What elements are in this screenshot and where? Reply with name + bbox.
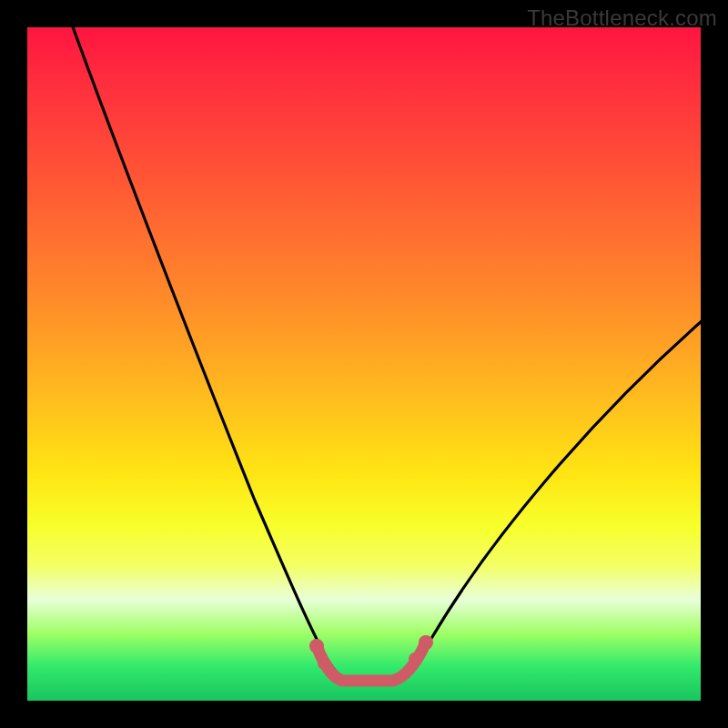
watermark-text: TheBottleneck.com [527, 5, 717, 31]
valley-marker-dot [419, 635, 433, 650]
bottleneck-curve-svg [27, 27, 701, 701]
plot-area [27, 27, 701, 701]
valley-marker-dot [318, 657, 330, 670]
chart-frame: TheBottleneck.com [0, 0, 728, 728]
valley-marker-dot [409, 652, 421, 665]
valley-marker-dot [309, 639, 324, 653]
bottleneck-curve [71, 22, 703, 681]
